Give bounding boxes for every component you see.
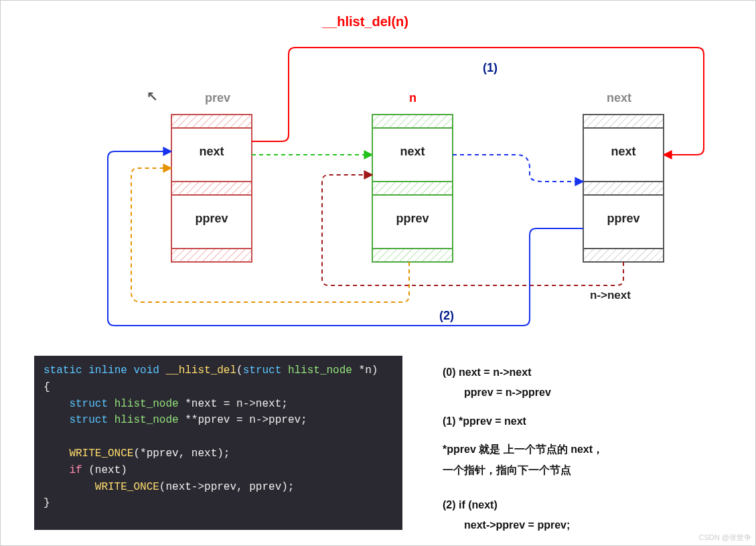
arrow-next-pprev-back bbox=[322, 175, 623, 285]
note-1: (1) *pprev = next bbox=[443, 411, 724, 431]
code-kw5: struct bbox=[69, 398, 108, 410]
code-if: if bbox=[69, 464, 82, 476]
n-next-field: next bbox=[372, 145, 453, 159]
code-l3: *next = n->next; bbox=[185, 398, 288, 410]
prev-pprev-field: pprev bbox=[171, 212, 252, 226]
code-fn2: WRITE_ONCE bbox=[69, 448, 133, 460]
diagram-svg bbox=[1, 1, 756, 349]
code-kw2: inline bbox=[88, 364, 127, 377]
code-l6: (*pprev, next); bbox=[133, 448, 230, 460]
node-n bbox=[372, 115, 453, 262]
note-exp2: 一个指针，指向下一个节点 bbox=[443, 460, 724, 480]
notes-block: (0) next = n->next pprev = n->pprev (1) … bbox=[443, 362, 724, 536]
note-2b: next->pprev = pprev; bbox=[443, 515, 724, 535]
arrow-n-to-next-dashed bbox=[453, 155, 583, 182]
node-prev bbox=[171, 115, 252, 262]
code-type2: hlist_node bbox=[115, 398, 179, 410]
note-0b: pprev = n->pprev bbox=[443, 383, 724, 403]
n-pprev-field: pprev bbox=[372, 212, 453, 226]
code-fn3: WRITE_ONCE bbox=[95, 481, 159, 493]
code-kw3: void bbox=[133, 364, 159, 377]
note-2a: (2) if (next) bbox=[443, 495, 724, 515]
code-kw4: struct bbox=[243, 364, 282, 377]
code-block: static inline void __hlist_del(struct hl… bbox=[34, 356, 402, 530]
prev-next-field: next bbox=[171, 145, 252, 159]
node-next bbox=[583, 115, 664, 262]
watermark: CSDN @张世争 bbox=[699, 533, 751, 543]
code-l8: (next->pprev, pprev); bbox=[159, 481, 295, 493]
code-kw6: struct bbox=[69, 414, 108, 426]
code-param: *n bbox=[359, 364, 372, 377]
code-kw: static bbox=[44, 364, 82, 377]
next-pprev-field: pprev bbox=[583, 212, 664, 226]
code-type3: hlist_node bbox=[115, 414, 179, 426]
next-next-field: next bbox=[583, 145, 664, 159]
note-exp1: *pprev 就是 上一个节点的 next， bbox=[443, 439, 724, 460]
code-l7: (next) bbox=[88, 464, 127, 476]
code-fn: __hlist_del bbox=[165, 364, 236, 377]
note-0a: (0) next = n->next bbox=[443, 362, 724, 383]
code-l4: **pprev = n->pprev; bbox=[185, 414, 307, 426]
code-type: hlist_node bbox=[288, 364, 352, 377]
